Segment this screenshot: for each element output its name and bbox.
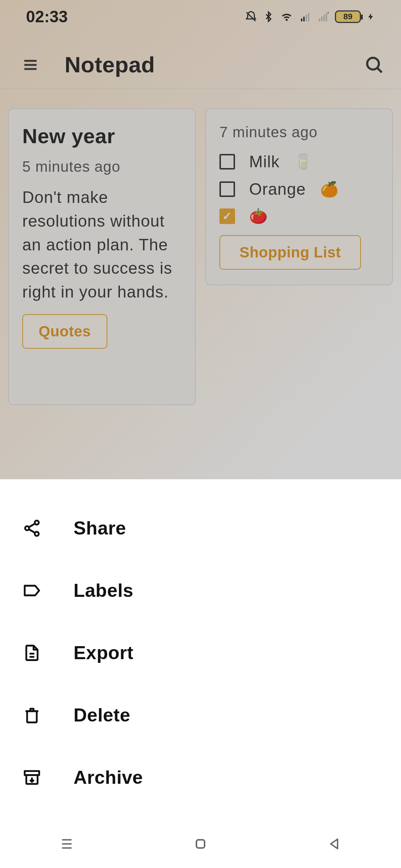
svg-rect-3 xyxy=(308,13,309,22)
sheet-label: Labels xyxy=(74,580,133,601)
svg-rect-4 xyxy=(319,19,320,22)
svg-rect-1 xyxy=(303,17,305,22)
sheet-item-share[interactable]: Share xyxy=(0,497,401,559)
note-card[interactable]: 7 minutes ago Milk 🥛 Orange 🍊 ✓ 🍅 Shoppi… xyxy=(205,108,393,285)
checkbox-checked-icon[interactable]: ✓ xyxy=(219,208,235,224)
sheet-label: Share xyxy=(74,517,126,539)
export-icon xyxy=(22,642,42,663)
svg-text:×: × xyxy=(327,11,329,15)
svg-line-18 xyxy=(29,529,35,533)
note-card[interactable]: New year 5 minutes ago Don't make resolu… xyxy=(8,108,196,405)
note-time: 5 minutes ago xyxy=(22,158,182,175)
svg-rect-5 xyxy=(321,17,323,22)
sheet-item-archive[interactable]: Archive xyxy=(0,746,401,809)
sheet-item-export[interactable]: Export xyxy=(0,622,401,684)
app-bar: Notepad xyxy=(0,41,401,89)
home-button[interactable] xyxy=(189,833,212,855)
share-icon xyxy=(22,518,42,539)
svg-rect-2 xyxy=(306,15,307,22)
svg-rect-6 xyxy=(323,15,325,22)
svg-point-12 xyxy=(367,57,379,69)
app-title: Notepad xyxy=(65,52,362,78)
signal-1-icon xyxy=(299,11,312,22)
recents-button[interactable] xyxy=(56,833,78,855)
svg-rect-25 xyxy=(196,840,205,848)
status-tray: × 89 xyxy=(244,10,375,23)
notes-grid: New year 5 minutes ago Don't make resolu… xyxy=(0,100,401,405)
vibrate-icon xyxy=(244,10,258,23)
wifi-icon xyxy=(279,10,294,23)
svg-line-17 xyxy=(29,524,35,527)
sheet-item-labels[interactable]: Labels xyxy=(0,559,401,622)
note-tag[interactable]: Quotes xyxy=(22,314,107,349)
delete-icon xyxy=(22,705,42,726)
battery-icon: 89 xyxy=(335,10,361,23)
milk-emoji-icon: 🥛 xyxy=(294,153,313,171)
svg-rect-0 xyxy=(301,19,303,22)
svg-point-15 xyxy=(25,526,29,530)
sheet-label: Archive xyxy=(74,767,143,788)
note-time: 7 minutes ago xyxy=(219,124,379,141)
checkbox-unchecked-icon[interactable] xyxy=(219,181,235,197)
svg-line-13 xyxy=(377,68,382,72)
note-tag[interactable]: Shopping List xyxy=(219,235,361,270)
archive-icon xyxy=(22,767,42,788)
label-icon xyxy=(22,580,42,601)
battery-percent: 89 xyxy=(343,12,352,22)
orange-emoji-icon: 🍊 xyxy=(320,181,339,198)
checkbox-unchecked-icon[interactable] xyxy=(219,154,235,170)
note-checklist: Milk 🥛 Orange 🍊 ✓ 🍅 xyxy=(219,152,379,225)
svg-point-16 xyxy=(35,532,39,536)
note-title: New year xyxy=(22,124,182,148)
sheet-label: Delete xyxy=(74,704,130,726)
charging-icon xyxy=(367,10,375,23)
checklist-label: Milk xyxy=(249,152,280,171)
checklist-label: Orange xyxy=(249,180,306,198)
checklist-item[interactable]: Milk 🥛 xyxy=(219,152,379,171)
search-button[interactable] xyxy=(362,53,386,77)
status-time: 02:33 xyxy=(26,7,68,26)
tomato-emoji-icon: 🍅 xyxy=(249,207,268,225)
system-nav-bar xyxy=(0,820,401,868)
bottom-sheet: Share Labels Export Delete Archive xyxy=(0,479,401,868)
menu-button[interactable] xyxy=(19,53,42,77)
back-button[interactable] xyxy=(323,833,345,855)
note-body: Don't make resolutions without an action… xyxy=(22,185,182,304)
sheet-item-delete[interactable]: Delete xyxy=(0,684,401,746)
svg-rect-21 xyxy=(25,771,39,775)
signal-2-icon: × xyxy=(317,11,330,22)
sheet-label: Export xyxy=(74,642,133,664)
checklist-item[interactable]: Orange 🍊 xyxy=(219,180,379,198)
status-bar: 02:33 × 89 xyxy=(0,0,401,33)
checklist-item[interactable]: ✓ 🍅 xyxy=(219,207,379,225)
svg-point-14 xyxy=(35,520,39,525)
bluetooth-icon xyxy=(263,10,274,23)
